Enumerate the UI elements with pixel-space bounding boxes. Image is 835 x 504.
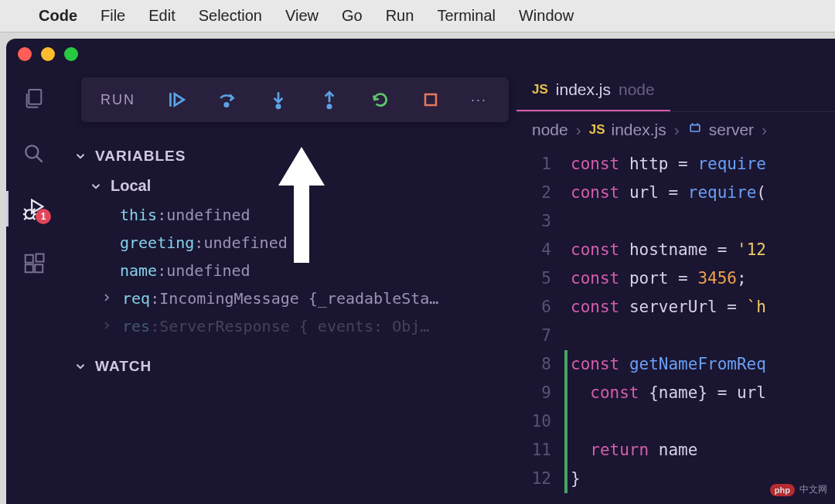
svg-point-1 [26, 145, 38, 158]
svg-point-19 [277, 105, 280, 108]
menu-go[interactable]: Go [342, 7, 363, 25]
vscode-window: 1 RUN [6, 39, 835, 504]
tab-index-js[interactable]: JS index.js node [516, 70, 670, 111]
step-over-button[interactable] [217, 90, 237, 110]
watermark-badge: php [770, 484, 795, 496]
breadcrumb[interactable]: node › JS index.js › server › [516, 112, 835, 147]
menu-view[interactable]: View [285, 7, 319, 25]
variable-row[interactable]: res: ServerResponse { events: Obj… [62, 312, 516, 340]
menu-app[interactable]: Code [39, 7, 77, 25]
watermark: php 中文网 [770, 483, 827, 496]
step-into-button[interactable] [268, 90, 288, 110]
tab-filename: index.js [556, 80, 611, 99]
editor: JS index.js node node › JS index.js › se… [516, 70, 835, 504]
editor-tabs: JS index.js node [516, 70, 835, 112]
svg-rect-22 [425, 94, 436, 105]
variables-section-header[interactable]: VARIABLES [62, 141, 516, 171]
explorer-icon[interactable] [20, 85, 48, 113]
main-area: 1 RUN [6, 70, 835, 504]
restart-button[interactable] [370, 90, 390, 110]
chevron-down-icon [73, 359, 87, 373]
continue-button[interactable] [166, 90, 186, 110]
more-button[interactable]: ··· [471, 92, 487, 108]
symbol-variable-icon [687, 120, 703, 139]
breadcrumb-item[interactable]: JS index.js [589, 121, 666, 139]
activity-bar: 1 [6, 70, 62, 504]
chevron-right-icon: › [762, 121, 767, 139]
variable-row[interactable]: greeting: undefined [62, 229, 516, 257]
debug-sidebar: RUN ··· [62, 70, 516, 504]
debug-icon[interactable]: 1 [20, 195, 48, 223]
svg-line-7 [24, 209, 26, 211]
mac-menubar: Code File Edit Selection View Go Run Ter… [0, 0, 835, 32]
svg-point-17 [225, 103, 228, 106]
debug-run-label: RUN [101, 92, 135, 108]
svg-rect-0 [29, 90, 41, 104]
stop-button[interactable] [421, 90, 440, 109]
variable-row[interactable]: name: undefined [62, 257, 516, 284]
step-out-button[interactable] [319, 90, 339, 110]
svg-line-9 [24, 217, 26, 220]
line-gutter: 123456789101112 [516, 147, 571, 504]
window-minimize-button[interactable] [41, 47, 55, 61]
svg-rect-23 [690, 125, 700, 131]
menu-terminal[interactable]: Terminal [437, 7, 496, 25]
menu-edit[interactable]: Edit [148, 7, 175, 25]
svg-rect-14 [36, 254, 44, 262]
chevron-down-icon [73, 149, 87, 163]
breadcrumb-item[interactable]: server [687, 120, 754, 139]
menu-window[interactable]: Window [519, 7, 574, 25]
variables-scope-local[interactable]: Local [62, 171, 516, 201]
watch-section-header[interactable]: WATCH [62, 352, 516, 381]
watch-label: WATCH [95, 358, 152, 375]
window-close-button[interactable] [18, 47, 32, 61]
chevron-right-icon [101, 317, 113, 335]
search-icon[interactable] [20, 140, 48, 168]
variable-row[interactable]: this: undefined [62, 201, 516, 229]
titlebar [6, 39, 835, 70]
chevron-right-icon: › [674, 121, 680, 139]
svg-rect-13 [35, 264, 43, 272]
svg-marker-16 [175, 94, 184, 105]
chevron-right-icon [101, 289, 113, 308]
debug-toolbar: RUN ··· [81, 77, 509, 122]
js-file-icon: JS [532, 82, 548, 97]
watermark-text: 中文网 [799, 483, 827, 496]
extensions-icon[interactable] [20, 250, 48, 278]
variables-label: VARIABLES [95, 148, 186, 165]
tab-description: node [619, 80, 655, 99]
js-file-icon: JS [589, 122, 605, 138]
menu-file[interactable]: File [101, 7, 125, 25]
scope-label: Local [111, 177, 151, 195]
menu-run[interactable]: Run [386, 7, 414, 25]
code-body[interactable]: const http = requireconst url = require(… [571, 147, 835, 504]
svg-rect-11 [26, 255, 33, 263]
debug-badge: 1 [36, 209, 51, 224]
svg-line-10 [33, 217, 36, 220]
menu-selection[interactable]: Selection [199, 7, 262, 25]
svg-point-21 [328, 105, 331, 108]
breadcrumb-item[interactable]: node [532, 121, 568, 139]
code-editor[interactable]: 123456789101112 const http = requirecons… [516, 147, 835, 504]
svg-line-2 [36, 156, 42, 162]
svg-rect-12 [26, 264, 33, 272]
svg-point-4 [26, 209, 34, 218]
chevron-down-icon [89, 179, 103, 193]
chevron-right-icon: › [576, 121, 581, 139]
variable-row[interactable]: req: IncomingMessage {_readableSta… [62, 284, 516, 312]
window-maximize-button[interactable] [64, 47, 78, 61]
